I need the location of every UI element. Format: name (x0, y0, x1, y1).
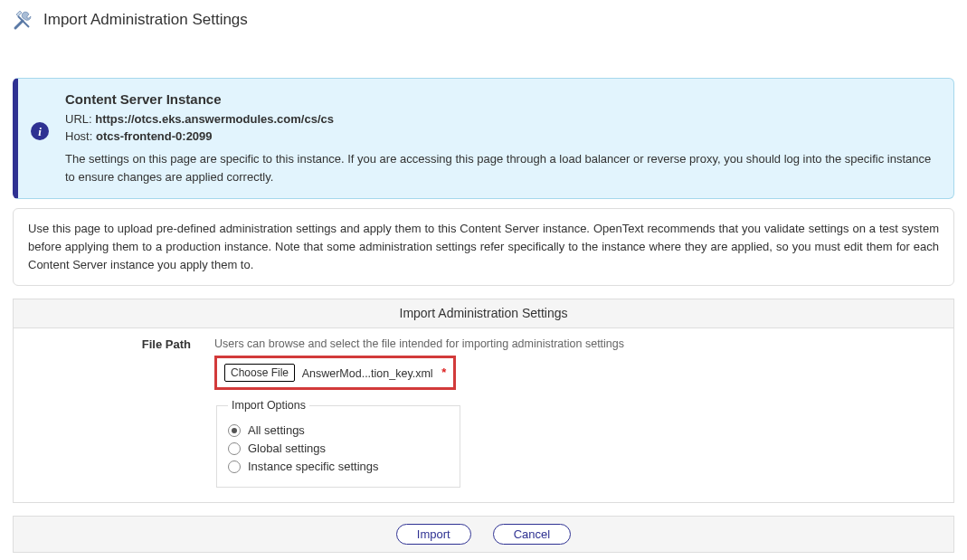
radio-icon[interactable] (228, 460, 241, 473)
import-option-all[interactable]: All settings (228, 423, 449, 437)
import-option-global[interactable]: Global settings (228, 441, 449, 455)
info-title: Content Server Instance (65, 91, 937, 107)
page-title: Import Administration Settings (43, 11, 248, 29)
file-path-hint: Users can browse and select the file int… (214, 337, 943, 350)
info-icon: i (31, 122, 49, 140)
tools-icon (13, 9, 34, 31)
radio-label: All settings (248, 423, 305, 437)
info-banner: i Content Server Instance URL: https://o… (13, 78, 954, 199)
radio-label: Global settings (248, 441, 326, 455)
intro-text: Use this page to upload pre-defined admi… (13, 208, 954, 286)
info-url-label: URL: (65, 112, 92, 126)
info-host-line: Host: otcs-frontend-0:2099 (65, 129, 937, 143)
import-option-instance[interactable]: Instance specific settings (228, 460, 449, 473)
import-section: Import Administration Settings File Path… (13, 299, 954, 503)
radio-label: Instance specific settings (248, 460, 379, 473)
file-input-highlight: Choose File AnswerMod...tion_key.xml * (214, 356, 456, 390)
import-button[interactable]: Import (396, 524, 471, 545)
choose-file-button[interactable]: Choose File (224, 364, 295, 382)
info-host-label: Host: (65, 129, 92, 143)
file-path-label: File Path (24, 337, 196, 488)
info-host-value: otcs-frontend-0:2099 (96, 129, 213, 143)
import-options-legend: Import Options (228, 399, 309, 412)
info-url-line: URL: https://otcs.eks.answermodules.com/… (65, 112, 937, 126)
radio-icon[interactable] (228, 424, 241, 437)
cancel-button[interactable]: Cancel (493, 524, 571, 545)
required-marker: * (441, 365, 446, 379)
info-note: The settings on this page are specific t… (65, 150, 937, 185)
radio-icon[interactable] (228, 442, 241, 455)
page-header: Import Administration Settings (0, 0, 967, 34)
import-options-fieldset: Import Options All settings Global setti… (216, 399, 460, 488)
section-title: Import Administration Settings (14, 299, 953, 328)
action-bar: Import Cancel (13, 516, 954, 553)
selected-file-name: AnswerMod...tion_key.xml (302, 367, 433, 380)
info-url-value: https://otcs.eks.answermodules.com/cs/cs (95, 112, 334, 126)
